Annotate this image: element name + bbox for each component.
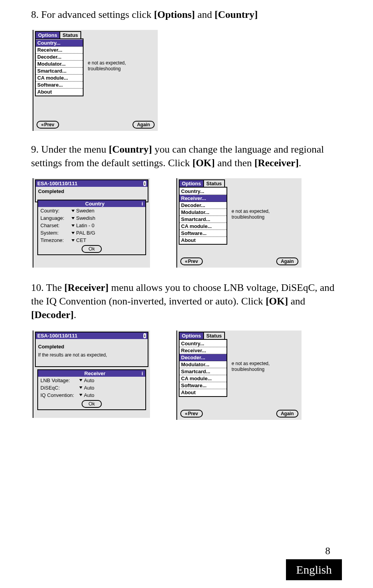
dropdown-icon: [79, 394, 82, 396]
window-title-bar: ESA-100/110/111 i: [35, 179, 148, 187]
info-icon: i: [141, 201, 143, 207]
tab-status[interactable]: Status: [59, 31, 81, 38]
menu-item-about[interactable]: About: [180, 389, 227, 396]
info-icon: i: [143, 181, 146, 186]
menu-item-camodule[interactable]: CA module...: [180, 223, 227, 230]
prev-button[interactable]: «Prev: [180, 410, 203, 418]
menu-item-smartcard[interactable]: Smartcard...: [180, 216, 227, 223]
menu-item-receiver[interactable]: Receiver...: [180, 195, 227, 202]
paragraph-8: 8. For advanced settings click [Options]…: [31, 8, 342, 21]
screenshot-options-menu-1: e not as expected,troulbleshooting Optio…: [33, 30, 158, 131]
menu-item-smartcard[interactable]: Smartcard...: [36, 68, 83, 75]
options-menu-list: Country... Receiver... Decoder... Modula…: [179, 339, 227, 397]
dropdown-icon: [79, 386, 82, 389]
label-lnb-voltage: LNB Voltage:: [40, 378, 79, 383]
screenshot-options-menu-2: e not as expected,troulbleshooting Optio…: [176, 178, 302, 268]
menu-item-decoder[interactable]: Decoder...: [36, 54, 83, 61]
dropdown-diseqc[interactable]: Auto: [79, 385, 94, 391]
label-charset: Charset:: [40, 223, 71, 228]
tab-options[interactable]: Options: [179, 332, 204, 339]
dropdown-system[interactable]: PAL B/G: [71, 230, 95, 236]
language-label: English: [286, 559, 342, 580]
menu-item-smartcard[interactable]: Smartcard...: [180, 368, 227, 375]
dropdown-timezone[interactable]: CET: [71, 237, 86, 243]
page-number: 8: [286, 545, 342, 557]
label-country: Country:: [40, 208, 71, 214]
country-dialog: Country i Country:Sweden Language:Swedis…: [37, 200, 146, 255]
receiver-dialog: Receiver i LNB Voltage:Auto DiSEqC:Auto …: [37, 369, 146, 410]
window-title: ESA-100/110/111: [37, 181, 77, 186]
dropdown-iq-convention[interactable]: Auto: [79, 392, 94, 398]
tab-options[interactable]: Options: [179, 179, 204, 187]
menu-item-camodule[interactable]: CA module...: [36, 75, 83, 82]
info-icon: i: [141, 371, 143, 376]
chevron-left-icon: «: [41, 122, 43, 127]
window-title: ESA-100/110/111: [37, 333, 77, 339]
paragraph-9: 9. Under the menu [Country] you can chan…: [31, 143, 342, 170]
dialog-title: Receiver: [84, 371, 105, 376]
menu-item-country[interactable]: Country...: [180, 340, 227, 347]
prev-button[interactable]: «Prev: [180, 257, 203, 265]
dropdown-icon: [71, 217, 75, 219]
menu-item-software[interactable]: Software...: [36, 82, 83, 89]
dropdown-icon: [71, 210, 75, 212]
chevron-left-icon: «: [185, 259, 187, 264]
menu-item-receiver[interactable]: Receiver...: [180, 347, 227, 354]
dropdown-icon: [71, 239, 75, 242]
options-menu-list: Country... Receiver... Decoder... Modula…: [179, 187, 227, 245]
dropdown-lnb-voltage[interactable]: Auto: [79, 378, 94, 383]
menu-item-software[interactable]: Software...: [180, 230, 227, 237]
label-system: System:: [40, 230, 71, 236]
menu-item-decoder[interactable]: Decoder...: [180, 202, 227, 209]
menu-item-about[interactable]: About: [36, 89, 83, 95]
ok-button[interactable]: Ok: [82, 245, 102, 253]
menu-item-decoder[interactable]: Decoder...: [180, 354, 227, 361]
status-completed: Completed: [38, 188, 64, 194]
status-completed: Completed: [38, 344, 64, 350]
menu-item-country[interactable]: Country...: [36, 40, 83, 47]
menu-item-country[interactable]: Country...: [180, 188, 227, 195]
menu-item-modulator[interactable]: Modulator...: [180, 361, 227, 368]
tab-status[interactable]: Status: [203, 179, 225, 187]
label-language: Language:: [40, 215, 71, 221]
label-iq-convention: IQ Convention:: [40, 392, 79, 398]
label-diseqc: DiSEqC:: [40, 385, 79, 391]
paragraph-10: 10. The [Receiver] menu allows you to ch…: [31, 281, 342, 322]
menu-item-modulator[interactable]: Modulator...: [180, 209, 227, 216]
window-title-bar: ESA-100/110/111 i: [35, 332, 148, 339]
menu-item-camodule[interactable]: CA module...: [180, 375, 227, 382]
menu-item-about[interactable]: About: [180, 237, 227, 244]
prev-button[interactable]: «Prev: [37, 121, 59, 129]
again-button[interactable]: Again: [276, 410, 298, 418]
status-subtext: If the results are not as expected,: [38, 352, 107, 358]
screenshot-options-menu-3: e not as expected,troulbleshooting Optio…: [176, 331, 302, 420]
menu-item-receiver[interactable]: Receiver...: [36, 47, 83, 54]
label-timezone: Timezone:: [40, 237, 71, 243]
dropdown-icon: [79, 379, 82, 381]
page-footer: 8 English: [286, 545, 342, 580]
again-button[interactable]: Again: [132, 121, 155, 129]
info-icon: i: [143, 333, 146, 338]
tab-status[interactable]: Status: [203, 332, 225, 339]
ok-button[interactable]: Ok: [82, 400, 102, 408]
screenshot-receiver-dialog: ESA-100/110/111 i Completed If the resul…: [33, 331, 150, 418]
screenshot-country-dialog: ESA-100/110/111 i Completed Country i Co…: [33, 178, 150, 268]
menu-item-software[interactable]: Software...: [180, 382, 227, 389]
tab-options[interactable]: Options: [35, 31, 60, 38]
dropdown-icon: [71, 224, 75, 227]
chevron-left-icon: «: [185, 411, 187, 416]
options-menu-list: Country... Receiver... Decoder... Modula…: [35, 38, 84, 96]
dropdown-country[interactable]: Sweden: [71, 208, 94, 214]
again-button[interactable]: Again: [276, 257, 298, 265]
dropdown-icon: [71, 232, 75, 234]
dialog-title: Country: [85, 201, 105, 207]
dropdown-language[interactable]: Swedish: [71, 215, 95, 221]
dropdown-charset[interactable]: Latin - 0: [71, 223, 94, 228]
menu-item-modulator[interactable]: Modulator...: [36, 61, 83, 68]
